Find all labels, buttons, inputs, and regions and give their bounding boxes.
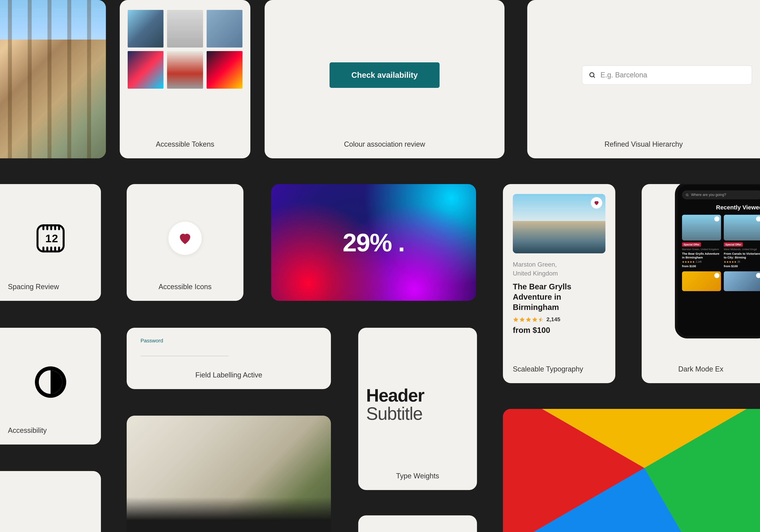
search-icon [686,193,689,197]
special-offer-badge: Special Offer [724,242,743,247]
check-availability-button[interactable]: Check availability [330,62,440,88]
special-offer-badge: Special Offer [682,242,701,247]
spacing-review-card: 1 2 Spacing Review [0,184,101,301]
star-icon [732,261,734,263]
sagrada-image [0,0,106,158]
thumb-fuji [128,10,164,47]
card-label: Accessible Icons [159,283,212,291]
header-sample: Header [366,387,424,404]
favourite-button[interactable] [714,273,719,278]
star-icon [687,261,689,263]
card-label: Refined Visual Hierarchy [604,140,683,148]
accessible-tokens-card: Accessible Tokens [120,0,250,158]
phone-search-field[interactable]: Where are you going? [682,190,760,199]
blank-card [358,515,477,532]
phone-listing-card[interactable]: Special Offer West Midlands, United King… [724,215,760,268]
thumb-city [207,10,242,47]
blank-card [0,471,101,532]
ruler-icon: 1 2 [34,222,67,255]
phone-listing-image [724,215,760,240]
phone-listing-image [682,215,721,240]
card-label: Type Weights [396,472,439,480]
svg-line-16 [688,196,689,196]
favourite-button[interactable] [591,197,602,209]
phone-listing-title: From Canals to Victorians to City: Birmi… [724,252,760,260]
review-count: 2,145 [546,316,560,322]
search-icon [589,72,596,78]
svg-point-15 [686,194,688,196]
card-label: Colour association review [344,140,425,148]
svg-line-1 [594,76,595,78]
listing-location: Marston Green, United Kingdom [513,260,558,278]
card-label: Field Labelling Active [195,371,262,379]
thumb-neon [207,51,242,89]
star-icon [690,261,692,263]
star-icon [682,261,685,263]
star-icon [513,316,519,322]
thumb-tokyo [128,51,164,89]
favourite-button[interactable] [756,216,760,221]
star-icon [724,261,726,263]
listing-image [513,194,605,253]
field-labelling-card: Password Field Labelling Active [127,328,331,389]
phone-search-placeholder: Where are you going? [691,193,726,197]
card-label: Scaleable Typography [513,365,583,373]
building-image [127,415,331,532]
accessible-icons-card: Accessible Icons [127,184,243,301]
password-label: Password [141,338,229,344]
heart-icon [594,200,599,206]
phone-rating: 2,145 [682,261,721,263]
contrast-icon [34,366,67,398]
image-grid [128,10,242,89]
phone-listing-location: West Midlands, United Kingd [724,248,760,251]
kite-image-card [503,409,760,532]
search-field[interactable] [582,65,752,85]
star-rating [513,316,544,322]
phone-listing-price: from $100 [682,265,721,268]
card-label: Spacing Review [8,283,59,291]
dark-mode-card: Where are you going? Recently Viewed Spe… [641,184,760,383]
phone-listing-card[interactable] [682,271,721,291]
card-label: Accessibility [8,426,47,435]
recently-viewed-heading: Recently Viewed [682,204,760,211]
star-icon [519,316,525,322]
star-icon [729,261,731,263]
listing-price: from $100 [513,326,550,335]
favourite-button[interactable] [756,273,760,278]
thumb-london [167,51,203,89]
scaleable-typography-card: Marston Green, United Kingdom The Bear G… [503,184,615,383]
visual-hierarchy-card: Refined Visual Hierarchy [527,0,760,158]
accessibility-card: Accessibility [0,328,101,445]
star-icon [692,261,695,263]
star-icon [532,316,538,322]
phone-listing-card[interactable] [724,271,760,291]
rating-row: 2,145 [513,316,560,322]
card-label: Accessible Tokens [156,140,214,148]
phone-listing-location: Marston Green, United Kingdom [682,248,721,251]
phone-listing-card[interactable]: Special Offer Marston Green, United King… [682,215,721,268]
sagrada-image-card [0,0,106,158]
heart-icon [177,230,193,246]
colour-association-card: Check availability Colour association re… [264,0,504,158]
search-input[interactable] [600,71,745,79]
heart-button[interactable] [168,222,202,255]
gradient-percent-card: 29% . [271,184,476,301]
phone-mockup: Where are you going? Recently Viewed Spe… [675,184,760,338]
star-icon [525,316,531,322]
star-icon [726,261,729,263]
star-half-icon [538,316,544,322]
svg-text:1: 1 [45,232,51,245]
listing-title: The Bear Grylls Adventure in Birmingham [513,281,605,312]
building-image-card [127,415,331,532]
favourite-button[interactable] [714,216,719,221]
phone-rating: 25 [724,261,760,263]
star-icon [734,261,736,263]
password-input[interactable] [141,345,229,356]
card-label: Dark Mode Ex [678,365,723,373]
subtitle-sample: Subtitle [366,404,422,423]
svg-text:2: 2 [52,232,58,245]
phone-listing-price: from $100 [724,265,760,268]
percent-value: 29% . [343,228,404,257]
star-icon [685,261,687,263]
svg-point-0 [590,73,594,77]
